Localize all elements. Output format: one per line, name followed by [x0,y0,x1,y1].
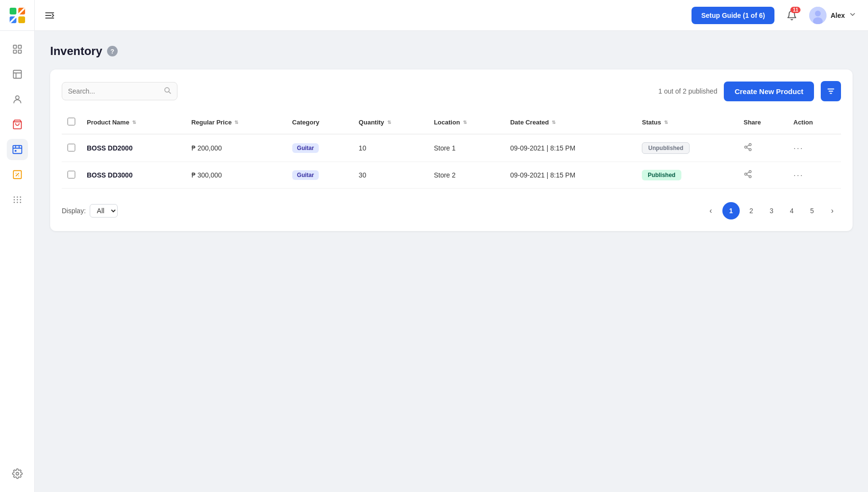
header-share: Share [738,111,787,134]
chevron-down-icon [849,11,856,20]
toolbar-right: 1 out of 2 published Create New Product [658,81,841,101]
inventory-table: Product Name ⇅ Regular Price ⇅ Category [62,111,841,189]
table-header-row: Product Name ⇅ Regular Price ⇅ Category [62,111,841,134]
display-selector: Display: All 10 25 50 [62,204,118,218]
setup-guide-button[interactable]: Setup Guide (1 of 6) [692,7,774,24]
table-body: BOSS DD2000 ₱ 200,000 Guitar 10 Store 1 … [62,134,841,189]
pagination-next[interactable]: › [824,202,841,219]
svg-point-23 [20,202,21,203]
header-action: Action [787,111,841,134]
sort-icon-location: ⇅ [463,120,467,125]
header-date-created[interactable]: Date Created ⇅ [504,111,636,134]
menu-icon [44,10,55,21]
create-new-product-button[interactable]: Create New Product [724,82,814,101]
orders-icon [12,119,23,130]
svg-rect-3 [18,16,25,23]
pagination-page-5[interactable]: 5 [803,202,821,219]
svg-point-19 [16,196,18,198]
svg-point-29 [815,11,821,16]
sidebar-item-inventory[interactable] [7,139,28,160]
header-status[interactable]: Status ⇅ [636,111,738,134]
search-icon [163,86,171,96]
user-menu[interactable]: Alex [809,7,856,24]
svg-rect-9 [13,70,21,79]
share-button[interactable] [744,170,752,180]
sort-icon-regular-price: ⇅ [234,120,238,125]
header-checkbox-col [62,111,81,134]
svg-rect-6 [18,45,21,48]
row-checkbox[interactable] [68,171,75,178]
search-input[interactable] [68,87,163,95]
menu-toggle-button[interactable] [44,10,55,21]
row-checkbox[interactable] [68,144,75,151]
row-regular-price: ₱ 300,000 [186,162,286,189]
pagination-page-1[interactable]: 1 [722,202,740,219]
svg-point-20 [20,196,21,198]
notification-button[interactable]: 11 [782,6,801,25]
user-name: Alex [830,12,845,19]
header-quantity[interactable]: Quantity ⇅ [353,111,428,134]
sidebar-bottom [7,463,28,492]
row-date-created: 09-09-2021 | 8:15 PM [504,134,636,162]
sidebar-item-contacts[interactable] [7,89,28,110]
header-category[interactable]: Category [286,111,353,134]
row-checkbox-cell [62,162,81,189]
more-icon [12,194,23,205]
topbar-right: Setup Guide (1 of 6) 11 Alex [692,6,856,25]
settings-icon [12,468,23,479]
sidebar-item-dashboard[interactable] [7,39,28,60]
row-action-cell: ··· [787,134,841,162]
row-date-created: 09-09-2021 | 8:15 PM [504,162,636,189]
filter-button[interactable] [821,81,841,101]
svg-point-22 [16,202,18,203]
share-button[interactable] [744,143,752,153]
svg-point-16 [16,199,18,201]
svg-point-21 [14,202,15,203]
pagination-prev[interactable]: ‹ [702,202,719,219]
dashboard-icon [12,44,23,55]
svg-line-45 [746,172,749,174]
sidebar-item-promotions[interactable] [7,164,28,185]
contacts-icon [12,94,23,105]
select-all-checkbox[interactable] [68,118,75,125]
sort-icon-date-created: ⇅ [552,120,556,125]
help-icon[interactable]: ? [107,46,118,56]
pagination-page-4[interactable]: 4 [783,202,800,219]
search-box [62,82,177,100]
sort-icon-quantity: ⇅ [387,120,391,125]
svg-point-18 [14,196,15,198]
svg-line-40 [746,145,749,147]
inventory-table-card: 1 out of 2 published Create New Product [50,69,853,231]
sidebar-item-inbox[interactable] [7,64,28,85]
svg-point-24 [16,472,19,475]
avatar-image [809,7,827,24]
row-product-name: BOSS DD3000 [81,162,186,189]
pagination-page-2[interactable]: 2 [743,202,760,219]
more-actions-button[interactable]: ··· [793,143,803,153]
page-header: Inventory ? [50,44,853,58]
row-share-cell [738,162,787,189]
notification-badge: 11 [790,7,800,13]
row-quantity: 10 [353,134,428,162]
svg-rect-0 [10,8,16,14]
svg-rect-8 [18,50,21,53]
row-status: Unpublished [636,134,738,162]
more-actions-button[interactable]: ··· [793,170,803,180]
svg-line-39 [746,148,749,149]
filter-icon [827,87,835,96]
display-select[interactable]: All 10 25 50 [90,204,118,218]
topbar: Setup Guide (1 of 6) 11 Alex [35,0,868,31]
svg-rect-13 [14,150,16,152]
header-regular-price[interactable]: Regular Price ⇅ [186,111,286,134]
table-head: Product Name ⇅ Regular Price ⇅ Category [62,111,841,134]
sidebar-item-settings[interactable] [7,463,28,484]
row-location: Store 1 [428,134,504,162]
pagination-page-3[interactable]: 3 [763,202,780,219]
sidebar-item-more[interactable] [7,189,28,210]
sidebar-item-orders[interactable] [7,114,28,135]
promotions-icon [12,169,23,180]
header-location[interactable]: Location ⇅ [428,111,504,134]
user-avatar [809,7,827,24]
header-product-name[interactable]: Product Name ⇅ [81,111,186,134]
row-regular-price: ₱ 200,000 [186,134,286,162]
